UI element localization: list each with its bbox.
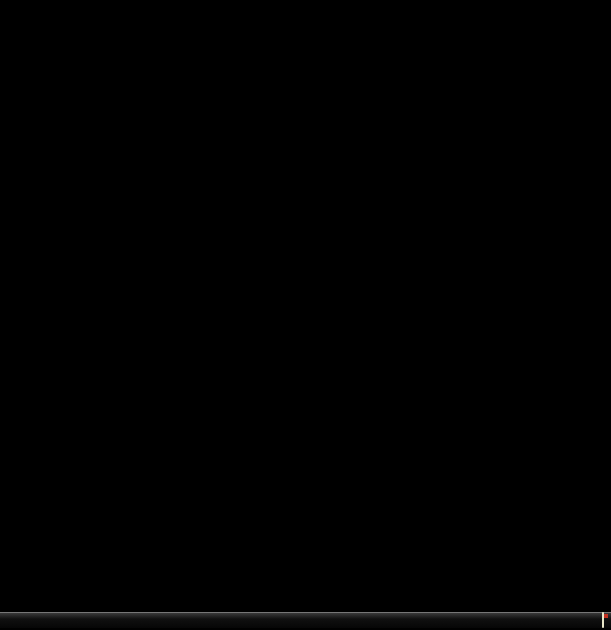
market-status-icon: [0, 4, 9, 23]
bottom-status-bar: [0, 612, 611, 628]
quote-bar: [0, 0, 611, 27]
trading-chart-screen: [0, 0, 611, 630]
watermark: [602, 613, 608, 628]
watermark-dot-icon: [604, 614, 608, 618]
bottom-red-line: [0, 627, 611, 629]
text-overlay-layer: [0, 0, 611, 630]
